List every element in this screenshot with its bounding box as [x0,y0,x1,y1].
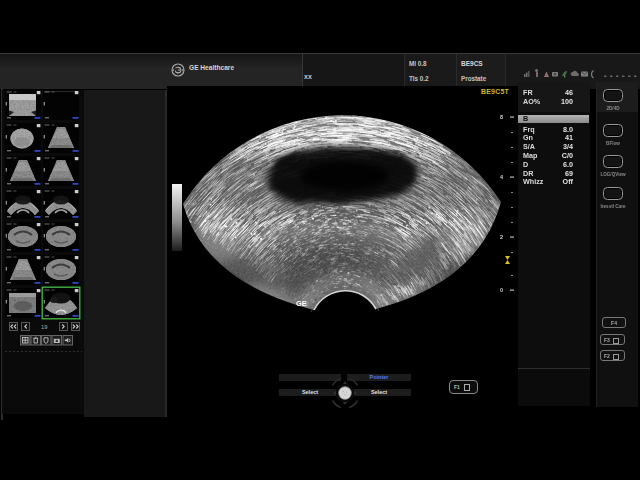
svg-text:8: 8 [500,114,503,120]
svg-text:2: 2 [500,234,503,240]
svg-text:19: 19 [41,324,47,330]
svg-text:4: 4 [500,174,504,180]
svg-text:0: 0 [500,287,503,293]
svg-text:GE: GE [296,299,307,308]
